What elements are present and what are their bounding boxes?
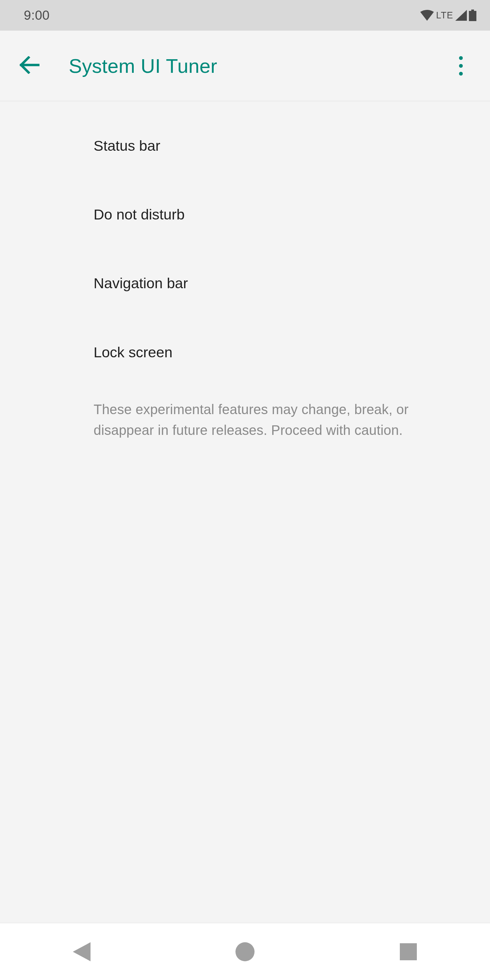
page-title: System UI Tuner bbox=[69, 54, 217, 77]
network-type-label: LTE bbox=[436, 10, 453, 21]
circle-home-icon bbox=[235, 942, 255, 961]
more-vert-icon bbox=[459, 56, 463, 76]
nav-home-button[interactable] bbox=[211, 935, 279, 969]
app-bar: System UI Tuner bbox=[0, 30, 490, 102]
menu-item-lock-screen[interactable]: Lock screen bbox=[94, 328, 469, 377]
arrow-back-icon bbox=[19, 56, 40, 75]
settings-content: Status bar Do not disturb Navigation bar… bbox=[0, 102, 490, 923]
status-indicators: LTE bbox=[420, 10, 476, 21]
overflow-menu-button[interactable] bbox=[445, 50, 476, 81]
system-navigation-bar bbox=[0, 923, 490, 980]
wifi-icon bbox=[420, 10, 434, 21]
system-status-bar: 9:00 LTE bbox=[0, 0, 490, 30]
battery-icon bbox=[469, 10, 476, 21]
nav-back-button[interactable] bbox=[48, 935, 116, 969]
status-time: 9:00 bbox=[24, 8, 50, 23]
cellular-signal-icon bbox=[455, 10, 467, 21]
svg-point-2 bbox=[235, 942, 255, 961]
nav-recents-button[interactable] bbox=[374, 935, 442, 969]
menu-item-navigation-bar[interactable]: Navigation bar bbox=[94, 259, 469, 308]
svg-rect-3 bbox=[400, 943, 417, 960]
back-button[interactable] bbox=[14, 50, 45, 81]
svg-rect-0 bbox=[471, 10, 474, 11]
menu-item-do-not-disturb[interactable]: Do not disturb bbox=[94, 190, 469, 239]
square-recents-icon bbox=[400, 943, 417, 960]
svg-rect-1 bbox=[469, 11, 476, 21]
menu-item-status-bar[interactable]: Status bar bbox=[94, 121, 469, 170]
caution-text: These experimental features may change, … bbox=[94, 377, 469, 441]
triangle-back-icon bbox=[73, 942, 91, 961]
